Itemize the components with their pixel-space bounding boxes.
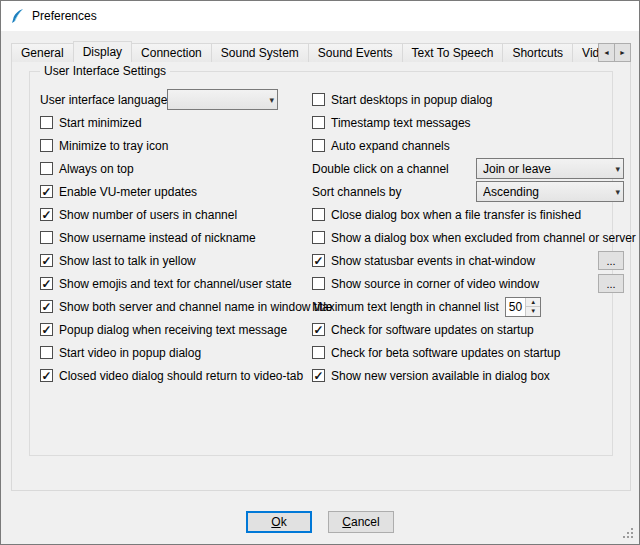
tab-connection[interactable]: Connection [131, 43, 212, 62]
checkbox-box[interactable] [40, 162, 53, 175]
user-interface-settings-group: User Interface Settings User interface l… [29, 71, 613, 456]
statusbar-events-more-button[interactable]: ... [598, 251, 624, 270]
checkbox-label: Show statusbar events in chat-window [331, 254, 535, 268]
checkbox-show-user-count[interactable]: ✓ Show number of users in channel [40, 203, 308, 226]
checkbox-statusbar-events[interactable]: ✓ Show statusbar events in chat-window [312, 254, 535, 268]
checkbox-vu-meter-updates[interactable]: ✓ Enable VU-meter updates [40, 180, 308, 203]
tab-label: General [21, 46, 64, 60]
checkbox-box[interactable] [312, 93, 325, 106]
max-text-length-spinner[interactable]: 50 ▲ ▼ [505, 297, 541, 317]
checkbox-label: Show new version available in dialog box [331, 369, 550, 383]
checkbox-check-beta-updates[interactable]: Check for beta software updates on start… [312, 341, 624, 364]
spin-up-icon[interactable]: ▲ [526, 298, 540, 308]
checkbox-label: Close dialog box when a file transfer is… [331, 208, 581, 222]
checkbox-emojis-and-text[interactable]: ✓ Show emojis and text for channel/user … [40, 272, 308, 295]
checkbox-always-on-top[interactable]: Always on top [40, 157, 308, 180]
checkbox-check-updates[interactable]: ✓ Check for software updates on startup [312, 318, 624, 341]
checkbox-label: Auto expand channels [331, 139, 450, 153]
checkbox-popup-on-text-message[interactable]: ✓ Popup dialog when receiving text messa… [40, 318, 308, 341]
cancel-button[interactable]: Cancel [328, 511, 394, 533]
sort-channels-combo[interactable]: Ascending ▾ [476, 181, 624, 202]
checkbox-video-source-corner[interactable]: Show source in corner of video window [312, 277, 539, 291]
checkbox-label: Closed video dialog should return to vid… [59, 369, 303, 383]
max-text-length-label: Maximum text length in channel list [312, 300, 499, 314]
checkbox-box[interactable]: ✓ [312, 254, 325, 267]
checkbox-box[interactable] [40, 346, 53, 359]
checkbox-new-version-dialog[interactable]: ✓ Show new version available in dialog b… [312, 364, 624, 387]
checkbox-label: Show a dialog box when excluded from cha… [331, 231, 636, 245]
checkbox-label: Show both server and channel name in win… [59, 300, 333, 314]
checkbox-server-channel-in-title[interactable]: ✓ Show both server and channel name in w… [40, 295, 308, 318]
checkbox-box[interactable] [40, 116, 53, 129]
tab-scroll-right-icon[interactable]: ► [614, 43, 631, 62]
checkbox-box[interactable]: ✓ [40, 369, 53, 382]
checkbox-box[interactable] [312, 346, 325, 359]
ok-button-accesskey: O [271, 515, 280, 529]
left-column: User interface language ▾ Start minimize… [40, 88, 308, 387]
checkbox-box[interactable] [312, 231, 325, 244]
checkbox-box[interactable] [312, 139, 325, 152]
ok-button-label: k [281, 515, 287, 529]
checkbox-label: Check for software updates on startup [331, 323, 534, 337]
group-title: User Interface Settings [40, 64, 170, 78]
checkbox-video-popup[interactable]: Start video in popup dialog [40, 341, 308, 364]
tab-control: General Display Connection Sound System … [11, 41, 631, 491]
titlebar[interactable]: Preferences [1, 1, 639, 31]
sort-channels-row: Sort channels by Ascending ▾ [312, 180, 624, 203]
checkbox-label: Check for beta software updates on start… [331, 346, 560, 360]
preferences-dialog: Preferences General Display Connection S… [0, 0, 640, 545]
checkbox-box[interactable]: ✓ [40, 254, 53, 267]
tab-strip: General Display Connection Sound System … [11, 41, 631, 62]
max-text-length-value: 50 [506, 298, 525, 316]
ok-button[interactable]: Ok [246, 511, 312, 533]
tab-label: Shortcuts [512, 46, 563, 60]
checkbox-label: Start minimized [59, 116, 142, 130]
checkbox-start-minimized[interactable]: Start minimized [40, 111, 308, 134]
language-combo[interactable]: ▾ [167, 89, 278, 110]
checkbox-desktops-popup[interactable]: Start desktops in popup dialog [312, 88, 624, 111]
cancel-button-accesskey: C [342, 515, 351, 529]
tab-display[interactable]: Display [73, 41, 132, 62]
checkbox-box[interactable] [312, 277, 325, 290]
checkbox-box[interactable]: ✓ [312, 369, 325, 382]
double-click-row: Double click on a channel Join or leave … [312, 157, 624, 180]
checkbox-close-on-transfer-finished[interactable]: Close dialog box when a file transfer is… [312, 203, 624, 226]
chevron-down-icon: ▾ [611, 164, 620, 174]
checkbox-box[interactable]: ✓ [40, 300, 53, 313]
checkbox-minimize-to-tray[interactable]: Minimize to tray icon [40, 134, 308, 157]
checkbox-box[interactable]: ✓ [40, 277, 53, 290]
tab-sound-system[interactable]: Sound System [211, 43, 309, 62]
checkbox-box[interactable]: ✓ [40, 185, 53, 198]
chevron-down-icon: ▾ [265, 95, 274, 105]
video-source-more-button[interactable]: ... [598, 274, 624, 293]
checkbox-box[interactable]: ✓ [312, 323, 325, 336]
tab-scroll-control: ◄ ► [599, 43, 631, 62]
double-click-combo[interactable]: Join or leave ▾ [476, 158, 624, 179]
chevron-down-icon: ▾ [611, 187, 620, 197]
video-source-row: Show source in corner of video window ..… [312, 272, 624, 295]
resize-grip[interactable] [623, 528, 635, 540]
tab-scroll-left-icon[interactable]: ◄ [598, 43, 615, 62]
checkbox-timestamp-messages[interactable]: Timestamp text messages [312, 111, 624, 134]
tab-general[interactable]: General [11, 43, 74, 62]
checkbox-box[interactable] [312, 116, 325, 129]
checkbox-auto-expand-channels[interactable]: Auto expand channels [312, 134, 624, 157]
checkbox-label: Show last to talk in yellow [59, 254, 196, 268]
checkbox-box[interactable]: ✓ [40, 208, 53, 221]
checkbox-dialog-when-excluded[interactable]: Show a dialog box when excluded from cha… [312, 226, 624, 249]
checkbox-box[interactable]: ✓ [40, 323, 53, 336]
tab-sound-events[interactable]: Sound Events [308, 43, 403, 62]
tab-text-to-speech[interactable]: Text To Speech [402, 43, 504, 62]
language-row: User interface language ▾ [40, 88, 308, 111]
checkbox-username-instead-nickname[interactable]: Show username instead of nickname [40, 226, 308, 249]
spin-down-icon[interactable]: ▼ [526, 307, 540, 316]
checkbox-box[interactable] [40, 231, 53, 244]
checkbox-box[interactable] [312, 208, 325, 221]
checkbox-label: Start desktops in popup dialog [331, 93, 492, 107]
checkbox-label: Show number of users in channel [59, 208, 237, 222]
checkbox-box[interactable] [40, 139, 53, 152]
checkbox-last-to-talk-yellow[interactable]: ✓ Show last to talk in yellow [40, 249, 308, 272]
checkbox-closed-video-return[interactable]: ✓ Closed video dialog should return to v… [40, 364, 308, 387]
double-click-label: Double click on a channel [312, 162, 449, 176]
tab-shortcuts[interactable]: Shortcuts [502, 43, 573, 62]
